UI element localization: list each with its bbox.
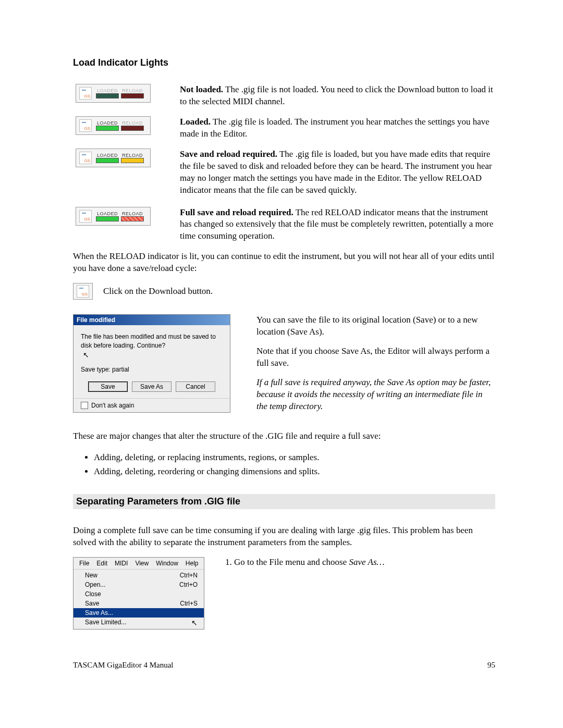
- label-loaded: LOADED: [96, 88, 119, 93]
- side-text-2: Note that if you choose Save As, the Edi…: [256, 346, 495, 369]
- light-loaded-on: [96, 158, 119, 163]
- menu-file[interactable]: File: [76, 559, 93, 568]
- gs-icon: GS: [79, 119, 92, 132]
- side-text-1: You can save the file to its original lo…: [256, 314, 495, 338]
- dialog-message: The file has been modified and must be s…: [81, 332, 223, 350]
- label-loaded: LOADED: [96, 211, 119, 216]
- list-item: Adding, deleting, reordering or changing…: [94, 465, 495, 478]
- menuitem-open[interactable]: Open...Ctrl+O: [74, 580, 204, 589]
- light-loaded-on: [96, 216, 119, 221]
- state-text: The .gig file is not loaded. You need to…: [180, 84, 493, 106]
- label-loaded: LOADED: [96, 153, 119, 158]
- major-changes-list: Adding, deleting, or replacing instrumen…: [94, 451, 495, 478]
- menu-midi[interactable]: MIDI: [111, 559, 131, 568]
- state-title: Full save and reload required.: [180, 207, 293, 217]
- label-reload: RELOAD: [121, 153, 144, 158]
- dialog-title: File modified: [74, 315, 230, 325]
- footer-title: TASCAM GigaEditor 4 Manual: [73, 661, 174, 670]
- menuitem-save[interactable]: SaveCtrl+S: [74, 599, 204, 608]
- label-reload: RELOAD: [121, 88, 144, 93]
- paragraph-major-changes: These are major changes that alter the s…: [73, 430, 495, 442]
- light-reload-off: [121, 93, 144, 98]
- light-loaded-off: [96, 93, 119, 98]
- menuitem-new[interactable]: NewCtrl+N: [74, 571, 204, 580]
- state-title: Save and reload required.: [180, 149, 277, 159]
- cancel-button[interactable]: Cancel: [176, 381, 215, 392]
- state-text: The .gig file is loaded. The instrument …: [180, 117, 489, 139]
- label-loaded: LOADED: [96, 120, 119, 126]
- indicator-row-save-reload: GS LOADED RELOAD Save and reload require…: [73, 149, 495, 196]
- indicator-row-not-loaded: GS LOADED RELOAD Not loaded. The .gig fi…: [73, 84, 495, 108]
- download-hint-row: GS Click on the Download button.: [73, 283, 495, 300]
- cursor-icon: ↖: [191, 619, 198, 627]
- download-button-icon: GS: [73, 283, 93, 300]
- indicator-row-full-save: GS LOADED RELOAD Full save and reload re…: [73, 207, 495, 243]
- file-modified-dialog: File modified The file has been modified…: [73, 314, 230, 413]
- download-hint-text: Click on the Download button.: [103, 286, 213, 297]
- gs-icon: GS: [79, 152, 92, 164]
- indicator-row-loaded: GS LOADED RELOAD Loaded. The .gig file i…: [73, 116, 495, 140]
- state-title: Not loaded.: [180, 84, 223, 94]
- save-as-button[interactable]: Save As: [132, 381, 172, 392]
- heading-load-indicator: Load Indicator Lights: [73, 57, 495, 68]
- menuitem-close[interactable]: Close: [74, 589, 204, 599]
- menu-edit[interactable]: Edit: [93, 559, 111, 568]
- step-1-text: 1. Go to the File menu and choose Save A…: [225, 557, 385, 567]
- menubar: File Edit MIDI View Window Help: [74, 558, 204, 570]
- light-reload-off: [121, 126, 144, 131]
- menu-view[interactable]: View: [131, 559, 152, 568]
- list-item: Adding, deleting, or replacing instrumen…: [94, 451, 495, 464]
- label-reload: RELOAD: [121, 211, 144, 216]
- light-reload-red: [121, 216, 144, 221]
- menuitem-save-as[interactable]: Save As...: [74, 608, 204, 618]
- indicator-box: GS LOADED RELOAD: [76, 116, 151, 135]
- menuitem-save-limited[interactable]: Save Limited...↖: [74, 618, 204, 628]
- menu-window[interactable]: Window: [152, 559, 182, 568]
- menu-help[interactable]: Help: [182, 559, 202, 568]
- heading-separating-params: Separating Parameters from .GIG file: [73, 494, 495, 509]
- label-reload: RELOAD: [121, 120, 144, 126]
- save-button[interactable]: Save: [88, 381, 128, 392]
- cursor-icon: ↖: [83, 350, 89, 361]
- gs-icon: GS: [79, 87, 92, 100]
- light-reload-yellow: [121, 158, 144, 163]
- gs-icon: GS: [77, 285, 89, 298]
- dont-ask-checkbox[interactable]: [81, 402, 88, 409]
- page-number: 95: [487, 661, 495, 670]
- dialog-save-type: Save type: partial: [81, 365, 223, 374]
- state-title: Loaded.: [180, 117, 211, 127]
- paragraph-reload-note: When the RELOAD indicator is lit, you ca…: [73, 251, 495, 275]
- dont-ask-label: Don't ask again: [91, 402, 134, 409]
- file-menu-window: File Edit MIDI View Window Help NewCtrl+…: [73, 557, 204, 630]
- indicator-box: GS LOADED RELOAD: [76, 149, 151, 167]
- side-text-3: If a full save is required anyway, the S…: [256, 377, 495, 413]
- gs-icon: GS: [79, 210, 92, 223]
- indicator-box: GS LOADED RELOAD: [76, 207, 151, 226]
- paragraph-separating: Doing a complete full save can be time c…: [73, 525, 495, 549]
- indicator-box: GS LOADED RELOAD: [76, 84, 151, 103]
- light-loaded-on: [96, 126, 119, 131]
